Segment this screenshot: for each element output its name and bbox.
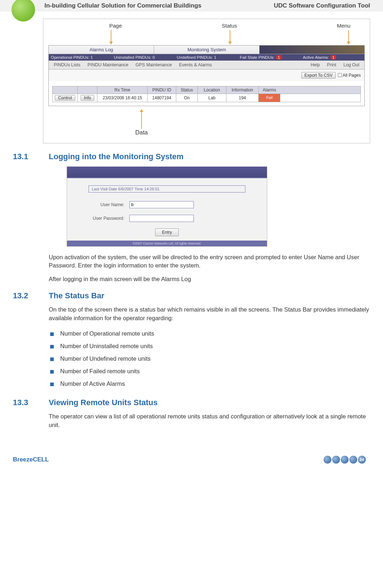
status-uninstalled: Uninstalled PINDUs: 0 <box>114 55 173 60</box>
para-13-2a: On the top of the screen there is a stat… <box>49 305 370 322</box>
callout-status: Status <box>222 23 237 29</box>
list-item: Number of Undefined remote units <box>49 352 370 365</box>
embedded-app-frame: Alarms Log Monitoring System Operational… <box>48 45 365 106</box>
status-active-alarms: Active Alarms: 1 <box>303 55 362 60</box>
username-label: User Name: <box>88 202 124 207</box>
list-item: Number of Active Alarms <box>49 378 370 390</box>
login-last-visit: Last Visit Date 6/6/2007 Time 14:26:51 <box>88 185 245 193</box>
list-item: Number of Operational remote units <box>49 327 370 340</box>
menu-pindu-maintenance[interactable]: PINDU Maintenance <box>87 62 128 67</box>
callout-page: Page <box>109 23 122 29</box>
cell-location: Lab <box>198 94 226 102</box>
table-row: Control Info 23/03/2008 16:40:15 1480719… <box>52 94 361 102</box>
checkbox-icon <box>338 73 342 77</box>
header-right: UDC Software Configuration Tool <box>274 2 370 9</box>
all-pages-checkbox-wrap[interactable]: All Pages <box>338 73 361 78</box>
heading-13-1: 13.1 Logging into the Monitoring System <box>13 152 370 161</box>
para-13-1a: Upon activation of the system, the user … <box>49 253 370 270</box>
para-13-3a: The operator can view a list of all oper… <box>49 412 370 429</box>
menu-gps-maintenance[interactable]: GPS Maintenance <box>135 62 172 67</box>
menu-print[interactable]: Print <box>327 62 336 67</box>
login-figure: Last Visit Date 6/6/2007 Time 14:26:51 U… <box>67 166 267 247</box>
callout-menu: Menu <box>337 23 350 29</box>
login-footer: ©2007 Clarion Networks Ltd. All rights r… <box>67 241 267 246</box>
app-logo-icon <box>259 46 364 54</box>
list-item: Number of Failed remote units <box>49 365 370 378</box>
page-number: 24 <box>358 456 366 464</box>
col-pinduid: PINDU ID <box>148 86 176 94</box>
row-info-button[interactable]: Info <box>81 95 94 101</box>
col-blank1 <box>53 86 78 94</box>
tab-monitoring-system[interactable]: Monitoring System <box>154 46 259 54</box>
col-blank2 <box>78 86 97 94</box>
cell-status: On <box>176 94 198 102</box>
status-undefined: Undefined PINDUs: 1 <box>177 55 236 60</box>
status-operational: Operational PINDUs: 1 <box>51 55 110 60</box>
password-label: User Password: <box>88 216 124 221</box>
col-location: Location <box>198 86 226 94</box>
row-control-button[interactable]: Control <box>55 95 75 101</box>
logo-dot <box>11 0 35 22</box>
cell-alarm: Fail <box>259 94 280 102</box>
tab-alarms-log[interactable]: Alarms Log <box>49 46 154 54</box>
status-bar-bullet-list: Number of Operational remote units Numbe… <box>49 327 370 390</box>
footer-brand: BreezeCELL <box>13 456 49 463</box>
col-information: Information <box>226 86 259 94</box>
list-item: Number of Uninstalled remote units <box>49 340 370 352</box>
callout-data: Data <box>135 129 148 136</box>
cell-pinduid: 14807194 <box>148 94 176 102</box>
username-input[interactable] <box>129 201 194 208</box>
password-input[interactable] <box>129 215 194 222</box>
heading-13-3: 13.3 Viewing Remote Units Status <box>13 398 370 407</box>
header-left: In-building Cellular Solution for Commer… <box>44 2 201 9</box>
heading-13-2: 13.2 The Status Bar <box>13 291 370 300</box>
entry-button[interactable]: Entry <box>155 228 179 236</box>
para-13-1b: After logging in the main screen will be… <box>49 275 370 283</box>
col-rxtime: Rx Time <box>97 86 148 94</box>
col-status: Status <box>176 86 198 94</box>
status-failstate: Fail State PINDUs: 1 <box>240 55 299 60</box>
menu-pindus-lists[interactable]: PINDUs Lists <box>54 62 80 67</box>
export-csv-button[interactable]: Export To CSV <box>301 72 336 79</box>
cell-info: 194 <box>226 94 259 102</box>
menu-logout[interactable]: Log Out <box>344 62 359 67</box>
figure-app-annotated: Page Status Menu Alarms Log Monitoring S… <box>43 19 370 143</box>
cell-rxtime: 23/03/2008 16:40:15 <box>97 94 148 102</box>
menu-help[interactable]: Help <box>311 62 320 67</box>
footer-page-dots: 24 <box>324 456 366 464</box>
col-alarms: Alarms <box>259 86 280 94</box>
menu-events-alarms[interactable]: Events & Alarms <box>179 62 212 67</box>
